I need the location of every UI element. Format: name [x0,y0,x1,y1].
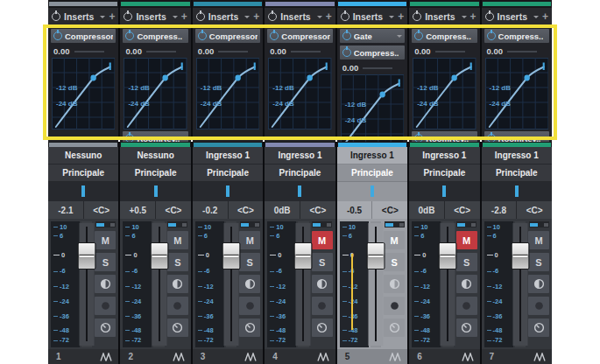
fader-handle[interactable] [222,242,241,270]
inserts-power-icon[interactable] [196,12,205,21]
add-insert-icon[interactable]: + [542,11,548,22]
plugin-param-value[interactable]: 0.00 [125,46,142,56]
monitor-knob-button[interactable] [95,318,116,337]
solo-button[interactable]: S [384,253,405,271]
mute-button[interactable]: M [167,231,188,249]
mono-button[interactable] [384,275,405,293]
mute-button[interactable]: M [528,231,549,249]
plugin-param-slider[interactable] [507,51,537,52]
fader-track[interactable] [298,221,308,347]
record-arm-button[interactable] [528,297,549,315]
channel-input-name[interactable]: Ingresso 1 [482,147,552,164]
plugin-slot[interactable]: Compress.. [484,29,549,43]
inserts-header[interactable]: Inserts + [409,8,479,26]
plugin-param-slider[interactable] [146,51,176,52]
meter-wave-icon[interactable] [533,353,546,361]
plugin-power-icon[interactable] [53,32,62,40]
plugin-power-icon[interactable] [414,32,423,40]
fader-handle[interactable] [439,242,457,270]
pan-control[interactable] [265,182,335,201]
pan-value[interactable]: <C> [229,201,264,219]
channel-output-name[interactable]: Principale [48,164,118,182]
record-arm-button[interactable] [312,297,333,315]
channel-output-name[interactable]: Principale [265,164,335,182]
pan-value[interactable]: <C> [517,201,552,219]
plugin-param-slider[interactable] [291,51,321,52]
channel-input-name[interactable]: Nessuno [48,147,118,164]
inserts-header[interactable]: Inserts + [265,8,335,26]
inserts-header[interactable]: Inserts + [482,8,552,26]
inserts-dropdown-icon[interactable] [317,16,322,21]
record-arm-button[interactable] [95,297,116,315]
solo-button[interactable]: S [95,253,116,271]
plugin-slot[interactable]: Compressor [195,29,260,43]
pan-control[interactable] [337,182,407,201]
plugin-param-slider[interactable] [74,51,104,52]
fader-track[interactable] [442,221,453,347]
add-insert-icon[interactable]: + [326,11,332,22]
fader-handle[interactable] [511,242,529,270]
channel-input-name[interactable]: Nessuno [120,147,190,164]
plugin-power-icon[interactable] [487,32,496,40]
mono-button[interactable] [312,275,333,293]
inserts-power-icon[interactable] [341,12,349,21]
channel-output-name[interactable]: Principale [482,164,552,182]
meter-wave-icon[interactable] [173,353,185,361]
inserts-dropdown-icon[interactable] [173,16,178,21]
pan-control[interactable] [193,182,263,201]
channel-input-name[interactable]: Ingresso 1 [409,147,479,164]
mixer-channel-strip[interactable]: Ingresso 1 Principale -0.2 <C> 10 6 0 -6… [193,142,263,364]
inserts-power-icon[interactable] [413,12,421,21]
mixer-channel-strip[interactable]: Nessuno Principale +0.5 <C> 10 6 0 -6 -1… [120,142,190,364]
mono-button[interactable] [528,275,549,293]
inserts-dropdown-icon[interactable] [533,16,539,21]
plugin-power-icon[interactable] [342,48,351,57]
fader-handle[interactable] [150,242,168,270]
channel-output-name[interactable]: Principale [193,164,263,182]
plugin-param-value[interactable]: 0.00 [53,46,70,56]
monitor-knob-button[interactable] [528,318,549,337]
plugin-param-value[interactable]: 0.00 [487,46,504,56]
pan-control[interactable] [120,182,190,201]
meter-wave-icon[interactable] [244,353,257,361]
gain-value[interactable]: 0dB [409,201,444,219]
gain-value[interactable]: +0.5 [120,201,155,219]
mute-button[interactable]: M [456,231,477,249]
plugin-slot[interactable]: Compressor [267,29,332,43]
channel-input-name[interactable]: Ingresso 1 [193,147,263,164]
channel-output-name[interactable]: Principale [409,164,479,182]
plugin-slot[interactable]: Compress.. [340,46,405,60]
plugin-power-icon[interactable] [198,32,207,40]
record-arm-button[interactable] [384,297,405,315]
mixer-channel-strip[interactable]: Ingresso 1 Principale 0dB <C> 10 6 0 -6 … [265,142,335,364]
mixer-channel-strip[interactable]: Ingresso 1 Principale 0dB <C> 10 6 0 -6 … [409,142,479,364]
plugin-param-value[interactable]: 0.00 [414,46,431,56]
inserts-header[interactable]: Inserts + [48,8,118,26]
inserts-power-icon[interactable] [124,12,132,21]
pan-value[interactable]: <C> [445,201,480,219]
plugin-power-icon[interactable] [125,32,134,40]
mixer-channel-strip[interactable]: Ingresso 1 Principale -0.5 <C> 10 6 0 -6… [337,142,407,364]
mute-button[interactable]: M [239,231,260,249]
pan-control[interactable] [482,182,552,201]
add-insert-icon[interactable]: + [181,11,187,22]
fader-track[interactable] [226,221,236,347]
channel-output-name[interactable]: Principale [120,164,190,182]
pan-value[interactable]: <C> [300,201,335,219]
mixer-channel-strip[interactable]: Nessuno Principale -2.1 <C> 10 6 0 -6 -1… [48,142,118,364]
meter-wave-icon[interactable] [389,353,401,361]
gain-value[interactable]: -2.1 [48,201,83,219]
plugin-param-slider[interactable] [218,51,248,52]
channel-input-name[interactable]: Ingresso 1 [265,147,335,164]
monitor-knob-button[interactable] [312,318,333,337]
add-insert-icon[interactable]: + [109,11,115,22]
gain-value[interactable]: -0.5 [337,201,372,219]
solo-button[interactable]: S [456,253,477,271]
mono-button[interactable] [239,275,260,293]
inserts-power-icon[interactable] [52,12,60,21]
pan-value[interactable]: <C> [156,201,191,219]
fader-track[interactable] [153,221,164,347]
fader-handle[interactable] [366,242,385,270]
fader-track[interactable] [515,221,526,347]
fader-track[interactable] [81,221,92,347]
